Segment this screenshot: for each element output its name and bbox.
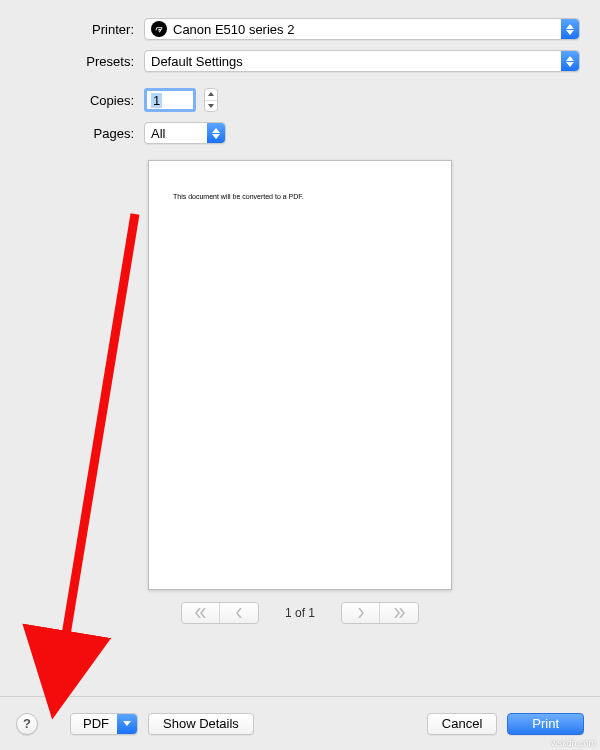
- pager-label: 1 of 1: [275, 606, 325, 620]
- stepper-up-icon[interactable]: [205, 89, 217, 101]
- pager-prev-button[interactable]: [220, 603, 258, 623]
- help-button[interactable]: ?: [16, 713, 38, 735]
- chevron-left-icon: [235, 608, 243, 618]
- watermark: wsxdn.com: [551, 738, 596, 748]
- chevron-right-icon: [357, 608, 365, 618]
- dropdown-caret-icon: [207, 123, 225, 143]
- printer-value: Canon E510 series 2: [173, 22, 294, 37]
- copies-value: 1: [151, 93, 162, 108]
- stepper-down-icon[interactable]: [205, 101, 217, 112]
- presets-label: Presets:: [20, 54, 144, 69]
- copies-stepper[interactable]: [204, 88, 218, 112]
- printer-label: Printer:: [20, 22, 144, 37]
- presets-select[interactable]: Default Settings: [144, 50, 580, 72]
- printer-select[interactable]: Canon E510 series 2: [144, 18, 580, 40]
- pager-prev-group: [181, 602, 259, 624]
- pdf-button-label: PDF: [83, 716, 109, 731]
- pages-value: All: [151, 126, 165, 141]
- presets-value: Default Settings: [151, 54, 243, 69]
- cancel-button[interactable]: Cancel: [427, 713, 497, 735]
- pager-first-button[interactable]: [182, 603, 220, 623]
- pages-select[interactable]: All: [144, 122, 226, 144]
- show-details-button[interactable]: Show Details: [148, 713, 254, 735]
- pages-label: Pages:: [20, 126, 144, 141]
- chevron-down-icon: [117, 714, 137, 734]
- print-button[interactable]: Print: [507, 713, 584, 735]
- copies-label: Copies:: [20, 93, 144, 108]
- pdf-menu-button[interactable]: PDF: [70, 713, 138, 735]
- dropdown-caret-icon: [561, 51, 579, 71]
- pager-last-button[interactable]: [380, 603, 418, 623]
- chevron-double-left-icon: [195, 608, 207, 618]
- printer-status-icon: [151, 21, 167, 37]
- pager-next-group: [341, 602, 419, 624]
- chevron-double-right-icon: [393, 608, 405, 618]
- pager-next-button[interactable]: [342, 603, 380, 623]
- dropdown-caret-icon: [561, 19, 579, 39]
- preview-text: This document will be converted to a PDF…: [173, 193, 427, 200]
- copies-input[interactable]: 1: [144, 88, 196, 112]
- print-preview-page: This document will be converted to a PDF…: [148, 160, 452, 590]
